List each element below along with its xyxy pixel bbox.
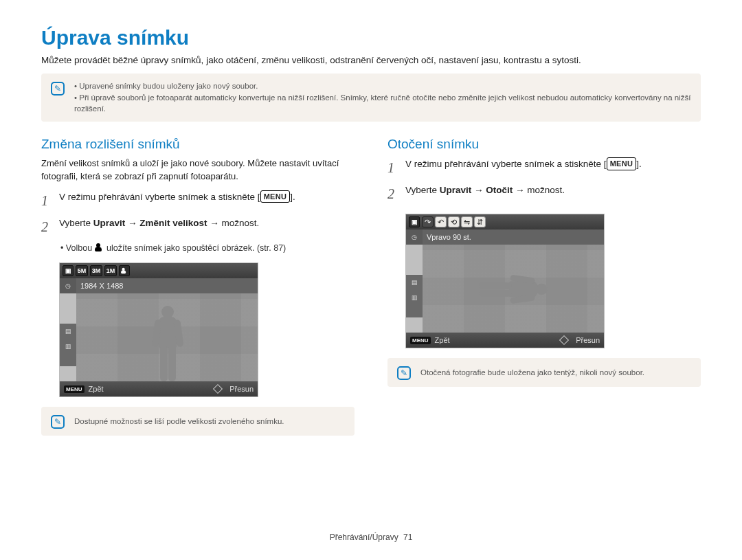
rotate-mode-icon: ▣ (409, 216, 420, 227)
tool-icon: ▤ (60, 324, 76, 339)
lcd-back-label: Zpět (435, 336, 450, 344)
size-option: 3M (90, 265, 102, 276)
lcd-back-label: Zpět (89, 385, 104, 393)
page-footer: Přehrávání/Úpravy 71 (0, 533, 742, 542)
footer-section: Přehrávání/Úpravy (330, 533, 398, 542)
lcd-bottom-row: MENU Zpět Přesun (60, 381, 258, 396)
note-icon: ✎ (51, 82, 65, 96)
tool-icon: ▥ (406, 290, 423, 305)
substep-item: Volbou uložíte snímek jako spouštěcí obr… (60, 243, 355, 255)
note-icon: ✎ (51, 415, 65, 429)
left-steps: 1 V režimu přehrávání vyberte snímek a s… (41, 190, 355, 237)
person-icon (95, 243, 104, 251)
note-text: Dostupné možnosti se liší podle velikost… (74, 417, 284, 425)
step-text: V režimu přehrávání vyberte snímek a sti… (59, 192, 260, 202)
intro-text: Můžete provádět běžné úpravy snímků, jak… (41, 55, 701, 65)
clock-icon: ◷ (406, 229, 423, 245)
lcd-left-icons: ▤ ▥ (406, 275, 423, 317)
top-note-item: Upravené snímky budou uloženy jako nový … (74, 80, 691, 92)
rotate-180-icon: ⟲ (448, 216, 460, 227)
rotate-right-icon: ↷ (422, 216, 434, 227)
left-step-1: 1 V režimu přehrávání vyberte snímek a s… (41, 190, 355, 211)
left-step-2: 2 Vyberte Upravit → Změnit velikost → mo… (41, 216, 355, 237)
substep-text: Volbou (66, 243, 95, 253)
dpad-icon (559, 335, 569, 345)
step-number: 1 (387, 157, 398, 178)
page-title: Úprava snímku (41, 26, 701, 49)
menu-button-label: MENU (260, 190, 291, 203)
substep-text: uložíte snímek jako spouštěcí obrázek. (… (104, 243, 286, 253)
step-text: Vyberte (405, 185, 440, 195)
tool-icon: ▤ (406, 275, 423, 290)
lcd-move-label: Přesun (576, 336, 600, 344)
dpad-icon (213, 384, 223, 394)
lcd-top-row: ▣ 5M 3M 1M (60, 263, 258, 278)
menu-icon: MENU (410, 337, 431, 344)
lcd-top-row: ▣ ↷ ↶ ⟲ ⇋ ⇵ (406, 214, 604, 229)
rotate-options: ↷ ↶ ⟲ ⇋ ⇵ (422, 216, 486, 227)
left-substep: Volbou uložíte snímek jako spouštěcí obr… (60, 243, 355, 255)
top-note-box: ✎ Upravené snímky budou uloženy jako nov… (41, 74, 701, 122)
step-text: V režimu přehrávání vyberte snímek a sti… (405, 159, 607, 169)
right-bottom-note: ✎ Otočená fotografie bude uložena jako t… (387, 358, 701, 387)
person-silhouette-rotated (480, 270, 548, 307)
lcd-mid-row: ◷ Vpravo 90 st. (406, 229, 604, 245)
step-arrow: → (471, 185, 486, 195)
person-silhouette (146, 306, 188, 381)
lcd-bottom-row: MENU Zpět Přesun (406, 333, 604, 348)
step-arrow: → (125, 218, 139, 228)
step-bold: Upravit (93, 218, 126, 228)
lcd-left-icons: ▤ ▥ (60, 324, 76, 366)
left-bottom-note: ✎ Dostupné možnosti se liší podle veliko… (41, 407, 355, 436)
right-step-1: 1 V režimu přehrávání vyberte snímek a s… (387, 157, 701, 178)
note-text: Otočená fotografie bude uložena jako ten… (420, 368, 644, 377)
step-number: 2 (41, 216, 52, 237)
right-heading: Otočení snímku (387, 137, 701, 152)
rotate-left-icon: ↶ (435, 216, 447, 227)
left-lcd: ▣ 5M 3M 1M ◷ 1984 X 1488 ▤ ▥ (41, 258, 258, 407)
lcd-current-value: Vpravo 90 st. (423, 229, 604, 245)
menu-button-label: MENU (607, 157, 637, 170)
step-bold: Upravit (440, 185, 472, 195)
right-lcd: ▣ ↷ ↶ ⟲ ⇋ ⇵ ◷ Vpravo 90 st. ▤ (387, 210, 605, 358)
right-column: Otočení snímku 1 V režimu přehrávání vyb… (387, 137, 701, 451)
step-text: Vyberte (59, 218, 93, 228)
menu-icon: MENU (64, 385, 85, 393)
flip-v-icon: ⇵ (474, 216, 486, 227)
step-number: 2 (387, 183, 398, 204)
footer-page-number: 71 (403, 533, 412, 542)
top-note-item: Při úpravě souborů je fotoaparát automat… (74, 92, 691, 115)
resize-mode-icon: ▣ (63, 265, 74, 276)
step-bold: Otočit (486, 185, 513, 195)
step-text: → možnost. (207, 218, 260, 228)
tool-icon: ▥ (60, 339, 76, 354)
step-text: ]. (290, 192, 295, 202)
lcd-canvas: ▤ ▥ (406, 245, 604, 333)
left-column: Změna rozlišení snímků Změní velikost sn… (41, 137, 355, 451)
lcd-mid-row: ◷ 1984 X 1488 (60, 278, 258, 293)
step-bold: Změnit velikost (139, 218, 207, 228)
top-note-list: Upravené snímky budou uloženy jako nový … (74, 80, 691, 115)
size-option: 5M (76, 265, 88, 276)
note-icon: ✎ (397, 366, 411, 380)
right-steps: 1 V režimu přehrávání vyberte snímek a s… (387, 157, 701, 204)
step-number: 1 (41, 190, 52, 211)
lcd-current-value: 1984 X 1488 (76, 278, 258, 293)
right-step-2: 2 Vyberte Upravit → Otočit → možnost. (387, 183, 701, 204)
left-heading: Změna rozlišení snímků (41, 137, 355, 152)
step-text: → možnost. (513, 185, 565, 195)
person-icon (119, 265, 130, 276)
clock-icon: ◷ (60, 278, 76, 293)
lcd-canvas: ▤ ▥ (60, 293, 258, 381)
left-desc: Změní velikost snímků a uloží je jako no… (41, 157, 355, 183)
step-text: ]. (636, 159, 642, 169)
lcd-move-label: Přesun (229, 385, 254, 393)
flip-h-icon: ⇋ (461, 216, 473, 227)
size-option: 1M (104, 265, 117, 276)
